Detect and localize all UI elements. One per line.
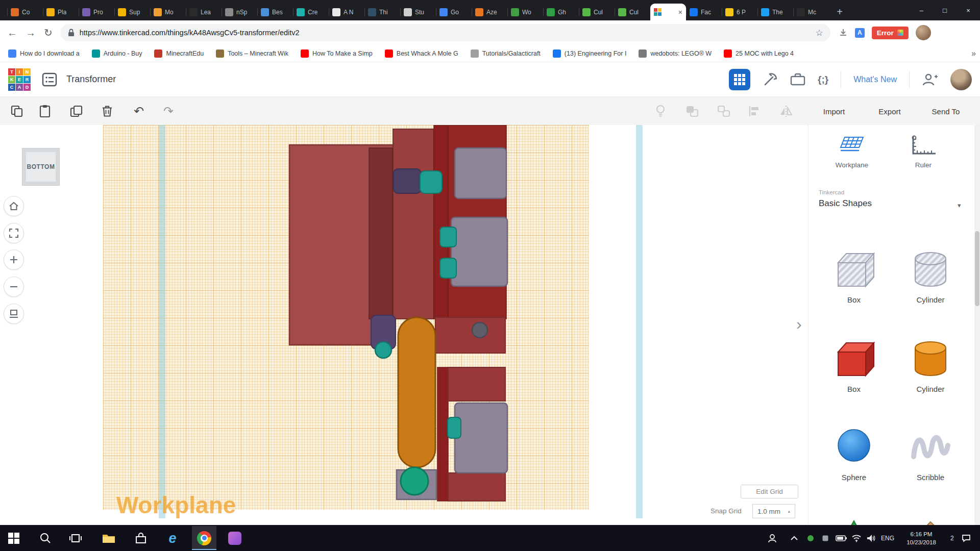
task-view-icon[interactable] [69, 533, 82, 544]
group-icon[interactable] [685, 105, 699, 117]
tab[interactable]: A N [329, 4, 364, 20]
tab[interactable]: Bes [257, 4, 293, 20]
back-icon[interactable]: ← [7, 28, 17, 38]
store-icon[interactable] [135, 533, 146, 544]
tab[interactable]: Cre [293, 4, 329, 20]
design-title[interactable]: Transformer [66, 74, 116, 85]
tab[interactable]: Stu [400, 4, 436, 20]
tab[interactable]: Sup [114, 4, 150, 20]
shape-partial-roof[interactable] [900, 518, 961, 525]
view-cube[interactable]: BOTTOM [22, 148, 60, 186]
viewport-canvas[interactable]: Workplane BOTTOM › Edit Grid Snap Grid 1… [0, 125, 808, 525]
tab[interactable]: Mc [793, 4, 829, 20]
tab[interactable]: Wo [507, 4, 543, 20]
fit-view-button[interactable] [4, 223, 24, 243]
tab[interactable]: Go [436, 4, 472, 20]
paint3d-icon[interactable] [228, 532, 241, 545]
workplane-tool[interactable]: Workplane [819, 134, 885, 169]
align-icon[interactable] [748, 105, 761, 117]
shape-sphere[interactable]: Sphere [823, 424, 885, 482]
whats-new-link[interactable]: What's New [853, 75, 897, 84]
codeblocks-icon[interactable]: {;} [818, 74, 828, 85]
shape-scribble[interactable]: Scribble [900, 424, 961, 482]
close-button[interactable]: × [957, 0, 980, 20]
show-all-lightbulb-icon[interactable] [655, 105, 666, 118]
user-avatar[interactable] [950, 69, 972, 90]
battery-icon[interactable] [836, 535, 847, 541]
bookmark-star-icon[interactable]: ☆ [816, 28, 823, 38]
dashboard-grid-icon[interactable] [729, 69, 750, 90]
shape-category-select[interactable]: Basic Shapes [819, 198, 872, 209]
tray-app2-icon[interactable] [823, 535, 828, 541]
shape-box-solid[interactable]: Box [823, 336, 885, 393]
tab[interactable]: Pro [79, 4, 114, 20]
bookmark-item[interactable]: Best Whack A Mole G [385, 49, 458, 58]
bookmark-item[interactable]: (13) Engineering For I [553, 49, 627, 58]
tab[interactable]: Pla [43, 4, 79, 20]
copy-icon[interactable] [11, 105, 23, 117]
volume-icon[interactable] [867, 534, 876, 542]
bookmark-item[interactable]: How To Make a Simp [301, 49, 373, 58]
file-explorer-icon[interactable] [102, 533, 115, 544]
translate-icon[interactable]: A [855, 28, 865, 38]
3d-model[interactable] [103, 125, 589, 510]
tab[interactable]: nSp [222, 4, 257, 20]
category-caret-icon[interactable]: ▾ [958, 202, 961, 209]
chrome-icon[interactable] [197, 531, 211, 545]
tab[interactable]: Mo [150, 4, 186, 20]
tab[interactable]: Aze [472, 4, 507, 20]
reload-icon[interactable]: ↻ [44, 28, 53, 38]
snap-grid-select[interactable]: 1.0 mm ▴ [752, 504, 795, 518]
minimize-button[interactable]: – [910, 0, 933, 20]
design-menu-icon[interactable] [42, 72, 57, 87]
export-button[interactable]: Export [878, 107, 900, 115]
shape-cylinder-solid[interactable]: Cylinder [900, 336, 961, 393]
tinkercad-logo[interactable]: TIN KER CAD [8, 68, 31, 91]
omnibox[interactable]: https://www.tinkercad.com/things/kA48Aws… [61, 24, 830, 41]
taskbar-clock[interactable]: 6:16 PM 10/23/2018 [899, 530, 943, 546]
tab[interactable]: Gh [543, 4, 579, 20]
maximize-button[interactable]: □ [933, 0, 957, 20]
bookmark-item[interactable]: MinecraftEdu [154, 49, 204, 58]
tray-app-icon[interactable] [807, 535, 814, 541]
tab[interactable]: Cul [579, 4, 615, 20]
tab-close-icon[interactable]: × [678, 9, 682, 16]
briefcase-icon[interactable] [790, 72, 805, 87]
tab[interactable]: 6 P [722, 4, 757, 20]
edit-grid-button[interactable]: Edit Grid [741, 485, 798, 498]
shape-cylinder-hole[interactable]: Cylinder [900, 246, 961, 304]
zoom-out-button[interactable] [4, 277, 24, 297]
home-view-button[interactable] [4, 196, 24, 216]
tab-active[interactable]: × [650, 4, 686, 20]
bookmark-item[interactable]: Arduino - Buy [92, 49, 142, 58]
undo-icon[interactable]: ↶ [134, 105, 144, 117]
action-center-icon[interactable] [962, 534, 971, 542]
search-icon[interactable] [40, 533, 51, 544]
panel-collapse-icon[interactable]: › [796, 315, 802, 334]
tab[interactable]: The [757, 4, 793, 20]
tab[interactable]: Lea [186, 4, 222, 20]
shape-partial-cone[interactable] [823, 518, 885, 525]
panel-scrollbar[interactable] [974, 125, 980, 525]
bookmark-item[interactable]: How do I download a [8, 49, 80, 58]
ruler-tool[interactable]: Ruler [890, 134, 957, 169]
tab[interactable]: Cul [615, 4, 650, 20]
bookmark-item[interactable]: Tutorials/Galacticraft [471, 49, 541, 58]
mirror-icon[interactable] [779, 105, 793, 117]
shape-box-hole[interactable]: Box [823, 246, 885, 304]
bookmark-item[interactable]: Tools – Minecraft Wik [216, 49, 288, 58]
minecraft-pickaxe-icon[interactable] [763, 72, 778, 87]
perspective-toggle-button[interactable] [4, 304, 24, 324]
start-button[interactable] [8, 533, 19, 544]
bookmarks-overflow-icon[interactable]: » [971, 45, 976, 62]
tab[interactable]: Thi [364, 4, 400, 20]
bookmark-item[interactable]: 25 MOC with Lego 4 [724, 49, 794, 58]
redo-icon[interactable]: ↷ [163, 105, 174, 117]
new-tab-button[interactable]: + [832, 4, 847, 19]
tab[interactable]: Fac [686, 4, 722, 20]
delete-icon[interactable] [102, 105, 113, 117]
duplicate-icon[interactable] [70, 105, 83, 117]
ungroup-icon[interactable] [717, 105, 730, 117]
wifi-icon[interactable] [851, 534, 862, 542]
forward-icon[interactable]: → [26, 28, 36, 38]
